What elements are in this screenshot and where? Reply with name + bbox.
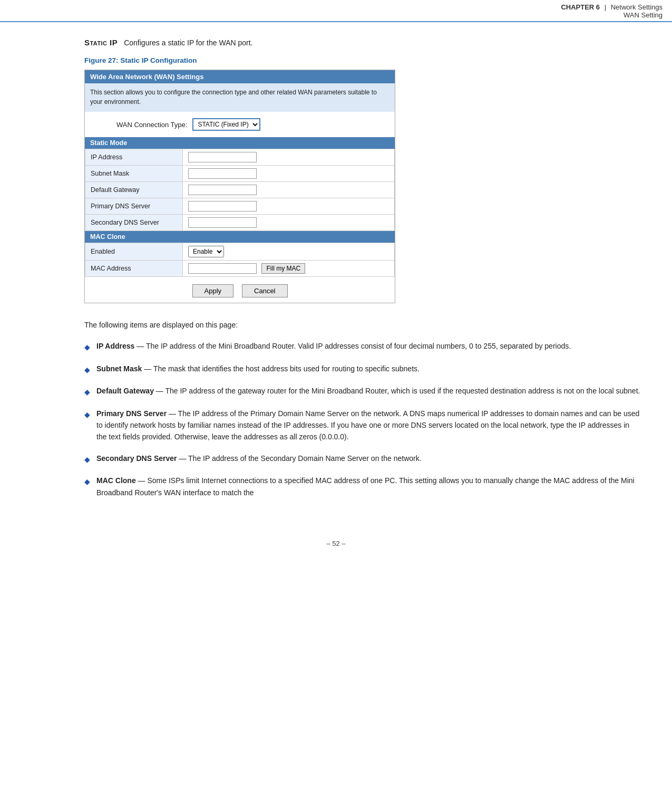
bullet-text-primary-dns: Primary DNS Server — The IP address of t… xyxy=(96,408,640,443)
bullet-text-secondary-dns: Secondary DNS Server — The IP address of… xyxy=(96,453,422,464)
secondary-dns-input[interactable] xyxy=(188,217,257,228)
wan-connection-type-label: WAN Connection Type: xyxy=(116,121,187,129)
table-row: MAC Address Fill my MAC xyxy=(85,261,395,277)
ip-address-label: IP Address xyxy=(85,149,183,166)
bullet-icon: ◆ xyxy=(84,409,90,420)
figure-title: Figure 27: Static IP Configuration xyxy=(84,56,640,64)
bullet-term-primary-dns: Primary DNS Server xyxy=(96,409,167,418)
enabled-cell: Enable xyxy=(183,243,395,261)
apply-button[interactable]: Apply xyxy=(192,284,234,297)
list-item: ◆ MAC Clone — Some ISPs limit Internet c… xyxy=(84,475,640,498)
header-divider: | xyxy=(605,3,606,11)
subnet-mask-input[interactable] xyxy=(188,168,257,179)
bullet-icon: ◆ xyxy=(84,364,90,376)
enabled-select[interactable]: Enable xyxy=(188,246,224,257)
static-ip-desc: Configures a static IP for the WAN port. xyxy=(124,39,252,47)
static-mode-section-header: Static Mode xyxy=(85,137,395,149)
table-row: Enabled Enable xyxy=(85,243,395,261)
static-mode-table: IP Address Subnet Mask Default Gateway P… xyxy=(85,149,395,231)
table-row: IP Address xyxy=(85,149,395,166)
primary-dns-input[interactable] xyxy=(188,201,257,211)
bullet-term-default-gateway: Default Gateway xyxy=(96,387,154,395)
bullet-list: ◆ IP Address — The IP address of the Min… xyxy=(84,340,640,498)
table-row: Default Gateway xyxy=(85,182,395,198)
mac-address-input[interactable] xyxy=(188,263,257,274)
subnet-mask-cell xyxy=(183,166,395,182)
footer-text: – 52 – xyxy=(326,540,345,547)
enabled-label: Enabled xyxy=(85,243,183,261)
table-row: Primary DNS Server xyxy=(85,198,395,215)
bullet-icon: ◆ xyxy=(84,386,90,398)
wan-connection-type-select[interactable]: STATIC (Fixed IP) xyxy=(192,118,260,131)
bullet-icon: ◆ xyxy=(84,476,90,487)
bullet-icon: ◆ xyxy=(84,454,90,465)
desc-intro: The following items are displayed on thi… xyxy=(84,319,640,331)
table-row: Secondary DNS Server xyxy=(85,215,395,231)
wan-box-description: This section allows you to configure the… xyxy=(85,83,395,112)
default-gateway-input[interactable] xyxy=(188,185,257,195)
bullet-text-mac-clone: MAC Clone — Some ISPs limit Internet con… xyxy=(96,475,640,498)
bullet-term-subnet-mask: Subnet Mask xyxy=(96,364,142,373)
list-item: ◆ Primary DNS Server — The IP address of… xyxy=(84,408,640,443)
default-gateway-cell xyxy=(183,182,395,198)
fill-my-mac-button[interactable]: Fill my MAC xyxy=(261,263,305,274)
page-header: CHAPTER 6 | Network Settings WAN Setting xyxy=(0,0,672,22)
static-ip-label: Static IP xyxy=(84,38,118,47)
wan-connection-type-row: WAN Connection Type: STATIC (Fixed IP) xyxy=(85,112,395,137)
primary-dns-label: Primary DNS Server xyxy=(85,198,183,215)
header-title: Network Settings xyxy=(611,3,663,11)
mac-address-cell: Fill my MAC xyxy=(183,261,395,277)
main-content: Static IP Configures a static IP for the… xyxy=(0,22,672,529)
mac-clone-section-header: MAC Clone xyxy=(85,231,395,243)
mac-address-label: MAC Address xyxy=(85,261,183,277)
ip-address-cell xyxy=(183,149,395,166)
secondary-dns-cell xyxy=(183,215,395,231)
subnet-mask-label: Subnet Mask xyxy=(85,166,183,182)
wan-type-select-wrapper: STATIC (Fixed IP) xyxy=(192,118,260,131)
wan-settings-box: Wide Area Network (WAN) Settings This se… xyxy=(84,70,395,303)
action-row: Apply Cancel xyxy=(85,277,395,303)
cancel-button[interactable]: Cancel xyxy=(242,284,287,297)
wan-box-header: Wide Area Network (WAN) Settings xyxy=(85,70,395,83)
header-right: CHAPTER 6 | Network Settings WAN Setting xyxy=(561,3,663,19)
list-item: ◆ Default Gateway — The IP address of th… xyxy=(84,385,640,398)
bullet-term-mac-clone: MAC Clone xyxy=(96,476,136,485)
bullet-text-subnet-mask: Subnet Mask — The mask that identifies t… xyxy=(96,363,420,374)
ip-address-input[interactable] xyxy=(188,152,257,162)
list-item: ◆ Subnet Mask — The mask that identifies… xyxy=(84,363,640,376)
chapter-label: CHAPTER 6 xyxy=(561,3,600,11)
bullet-text-ip-address: IP Address — The IP address of the Mini … xyxy=(96,340,571,352)
page-footer: – 52 – xyxy=(0,529,672,553)
list-item: ◆ IP Address — The IP address of the Min… xyxy=(84,340,640,353)
bullet-term-secondary-dns: Secondary DNS Server xyxy=(96,454,177,463)
bullet-text-default-gateway: Default Gateway — The IP address of the … xyxy=(96,385,640,397)
bullet-term-ip-address: IP Address xyxy=(96,342,134,350)
table-row: Subnet Mask xyxy=(85,166,395,182)
list-item: ◆ Secondary DNS Server — The IP address … xyxy=(84,453,640,465)
primary-dns-cell xyxy=(183,198,395,215)
header-subtitle: WAN Setting xyxy=(624,11,663,19)
secondary-dns-label: Secondary DNS Server xyxy=(85,215,183,231)
static-ip-row: Static IP Configures a static IP for the… xyxy=(84,38,640,47)
bullet-icon: ◆ xyxy=(84,341,90,353)
mac-clone-table: Enabled Enable MAC Address Fill my MAC xyxy=(85,243,395,277)
default-gateway-label: Default Gateway xyxy=(85,182,183,198)
